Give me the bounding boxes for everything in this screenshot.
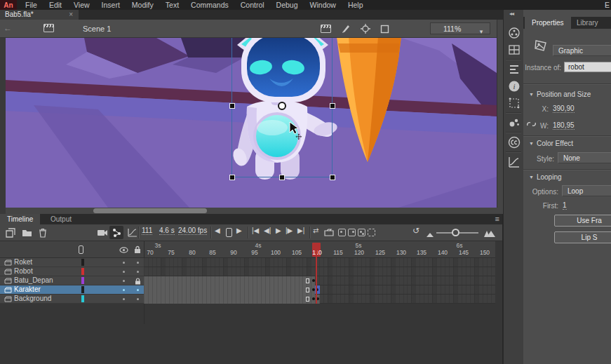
align-panel-icon[interactable] [508,63,521,76]
stage-horizontal-scrollbar[interactable] [6,208,491,214]
frames-batu-depan[interactable] [144,276,495,285]
loop-playback-icon[interactable]: ⇄ [313,227,318,234]
timeline-ruler[interactable]: 3s 4s 5s 6s 70 75 80 85 90 95 100 105 11… [144,241,495,258]
cc-libraries-panel-icon[interactable] [508,136,521,149]
menu-debug[interactable]: Debug [276,1,298,9]
color-panel-icon[interactable] [508,27,521,39]
step-back-icon[interactable]: ◀ [215,227,220,234]
frames-roket[interactable] [144,258,495,267]
stage-zoom-select[interactable]: 111% ▾ [430,22,490,34]
frames-background[interactable] [144,295,495,304]
new-layer-icon[interactable] [6,228,16,238]
layer-row-background[interactable]: Background [0,295,144,304]
selection-handle-bottom-left[interactable] [229,175,235,180]
keyframe-dot[interactable] [312,279,315,282]
menu-modify[interactable]: Modify [132,1,154,9]
layer-row-robot[interactable]: Robot [0,267,144,276]
x-value[interactable]: 390,90 [553,105,575,113]
keyframe-dot[interactable] [312,297,315,300]
go-to-last-frame-icon[interactable]: ▶| [297,227,304,234]
menu-control[interactable]: Control [241,1,264,9]
tab-library[interactable]: Library [570,17,605,29]
edit-multiple-frames-icon[interactable] [358,229,365,236]
layer-lock-dot[interactable] [137,298,139,300]
scrollbar-thumb[interactable] [93,208,207,213]
brushes-panel-icon[interactable] [508,116,521,129]
layer-visibility-dot[interactable] [123,289,125,291]
menu-edit[interactable]: Edit [49,1,62,9]
new-folder-icon[interactable] [22,229,32,237]
layer-lock-dot[interactable] [137,289,139,291]
center-stage-icon[interactable] [361,24,370,34]
layer-visibility-dot[interactable] [123,262,125,264]
panel-menu-icon[interactable]: ≡ [495,215,499,223]
menu-view[interactable]: View [74,1,90,9]
frame-span[interactable] [144,285,315,295]
layer-row-karakter[interactable]: Karakter [0,285,144,295]
layer-visibility-dot[interactable] [123,280,125,282]
workspace-button[interactable]: E [605,0,610,10]
frame-span[interactable] [144,295,320,304]
zoom-out-frames-icon[interactable] [427,233,434,237]
modify-markers-icon[interactable] [368,229,375,236]
play-icon[interactable]: ▶ [276,227,281,234]
onion-skin-icon[interactable] [338,229,346,236]
use-frame-picker-button[interactable]: Use Fra [554,215,611,227]
instance-name-field[interactable]: robot [564,62,611,72]
playhead-line[interactable] [316,243,317,304]
camera-icon[interactable] [97,229,108,237]
layer-parenting-toggle[interactable] [109,226,123,239]
stage-vertical-scrollbar[interactable] [497,20,503,214]
export-frame-icon[interactable] [324,229,334,236]
transform-panel-icon[interactable] [508,97,521,109]
clip-content-icon[interactable] [380,25,389,34]
layer-row-roket[interactable]: Roket [0,258,144,267]
symbol-type-dropdown[interactable]: Graphic [553,45,611,56]
onion-skin-outlines-icon[interactable] [348,229,356,236]
layer-row-batu-depan[interactable]: Batu_Depan [0,276,144,285]
frames-robot[interactable] [144,267,495,276]
selection-handle-bottom-right[interactable] [330,175,335,180]
tab-output[interactable]: Output [43,214,79,224]
delete-layer-icon[interactable] [39,228,47,238]
menu-text[interactable]: Text [166,1,179,9]
eye-icon[interactable] [119,247,128,253]
zoom-in-frames-icon[interactable] [484,230,495,238]
link-width-height-icon[interactable] [526,120,537,128]
edit-scene-icon[interactable] [321,25,331,33]
section-looping[interactable]: ▼Looping [529,173,562,181]
frame-rate[interactable]: 24.00 fps [178,227,207,235]
tab-properties[interactable]: Properties [525,17,571,29]
scene-name[interactable]: Scene 1 [83,25,111,33]
layer-locked-icon[interactable] [135,278,141,285]
lip-syncing-button[interactable]: Lip S [554,231,611,243]
frame-span[interactable] [144,276,315,285]
layer-lock-dot[interactable] [137,262,139,264]
motion-editor-panel-icon[interactable] [508,156,521,168]
tab-timeline[interactable]: Timeline [0,214,40,224]
frames-karakter[interactable] [144,285,495,295]
close-document-icon[interactable]: × [69,10,73,20]
back-arrow-icon[interactable]: ← [4,23,12,33]
layer-color-swatch[interactable] [81,277,84,284]
section-position-size[interactable]: ▼Position and Size [529,90,591,98]
elapsed-time[interactable]: 4.6 s [159,227,175,235]
menu-help[interactable]: Help [348,1,363,9]
menu-window[interactable]: Window [310,1,336,9]
timeline-zoom-knob[interactable] [452,229,459,236]
edit-symbols-icon[interactable] [341,24,351,34]
layer-color-swatch[interactable] [81,295,84,302]
layer-color-swatch[interactable] [81,259,84,266]
transform-point[interactable] [278,102,286,110]
info-panel-icon[interactable]: i [508,80,521,93]
layer-color-swatch[interactable] [81,268,84,275]
lock-icon[interactable] [134,245,141,254]
document-tab[interactable]: Bab5.fla* × [0,10,79,20]
go-to-first-frame-icon[interactable]: |◀ [252,227,259,234]
menu-insert[interactable]: Insert [102,1,120,9]
loop-options-dropdown[interactable]: Loop [562,185,611,196]
step-back-one-frame-icon[interactable]: ◀| [264,227,271,234]
step-forward-icon[interactable]: ▶ [236,227,242,234]
layer-visibility-dot[interactable] [123,298,125,300]
menu-commands[interactable]: Commands [191,1,229,9]
